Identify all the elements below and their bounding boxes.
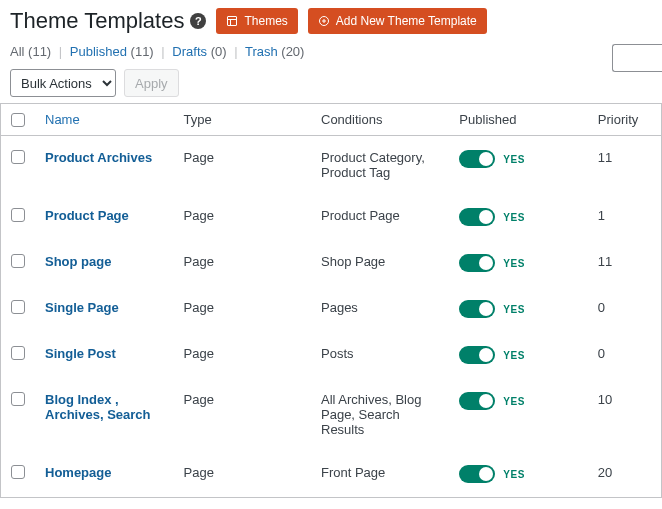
template-type: Page (174, 378, 312, 451)
filter-published-count: (11) (131, 44, 154, 59)
filter-drafts-count: (0) (211, 44, 227, 59)
published-toggle-label: YES (503, 350, 525, 361)
row-checkbox[interactable] (11, 300, 25, 314)
filter-all-label: All (10, 44, 24, 59)
published-toggle[interactable] (459, 208, 495, 226)
row-checkbox[interactable] (11, 465, 25, 479)
published-toggle-label: YES (503, 469, 525, 480)
filter-trash-count: (20) (281, 44, 304, 59)
template-conditions: Product Page (311, 194, 449, 240)
col-published: Published (449, 104, 587, 136)
published-toggle-label: YES (503, 154, 525, 165)
col-conditions: Conditions (311, 104, 449, 136)
template-conditions: Product Category, Product Tag (311, 136, 449, 195)
template-priority: 0 (588, 286, 662, 332)
page-title: Theme Templates ? (10, 8, 206, 34)
published-toggle[interactable] (459, 254, 495, 272)
apply-button[interactable]: Apply (124, 69, 179, 97)
help-icon[interactable]: ? (190, 13, 206, 29)
template-priority: 11 (588, 136, 662, 195)
published-toggle-label: YES (503, 212, 525, 223)
published-toggle-label: YES (503, 396, 525, 407)
template-name-link[interactable]: Homepage (45, 465, 111, 480)
published-toggle[interactable] (459, 300, 495, 318)
plus-circle-icon (318, 15, 330, 27)
filter-drafts[interactable]: Drafts (172, 44, 207, 59)
template-type: Page (174, 194, 312, 240)
templates-table: Name Type Conditions Published Priority … (0, 103, 662, 498)
template-priority: 20 (588, 451, 662, 498)
template-type: Page (174, 240, 312, 286)
layout-icon (226, 15, 238, 27)
template-name-link[interactable]: Product Archives (45, 150, 152, 165)
row-checkbox[interactable] (11, 346, 25, 360)
table-row: Shop pagePageShop PageYES11 (1, 240, 662, 286)
published-toggle-label: YES (503, 258, 525, 269)
row-checkbox[interactable] (11, 254, 25, 268)
filter-published[interactable]: Published (70, 44, 127, 59)
template-name-link[interactable]: Single Page (45, 300, 119, 315)
table-row: Product PagePageProduct PageYES1 (1, 194, 662, 240)
template-type: Page (174, 136, 312, 195)
add-template-button-label: Add New Theme Template (336, 14, 477, 28)
col-type: Type (174, 104, 312, 136)
col-priority: Priority (588, 104, 662, 136)
template-conditions: Posts (311, 332, 449, 378)
template-conditions: All Archives, Blog Page, Search Results (311, 378, 449, 451)
template-name-link[interactable]: Shop page (45, 254, 111, 269)
bulk-actions-select[interactable]: Bulk Actions (10, 69, 116, 97)
published-toggle[interactable] (459, 392, 495, 410)
template-conditions: Shop Page (311, 240, 449, 286)
table-row: Single PostPagePostsYES0 (1, 332, 662, 378)
template-name-link[interactable]: Single Post (45, 346, 116, 361)
template-priority: 10 (588, 378, 662, 451)
row-checkbox[interactable] (11, 150, 25, 164)
themes-button-label: Themes (244, 14, 287, 28)
template-conditions: Front Page (311, 451, 449, 498)
template-name-link[interactable]: Blog Index , Archives, Search (45, 392, 151, 422)
table-row: Single PagePagePagesYES0 (1, 286, 662, 332)
template-conditions: Pages (311, 286, 449, 332)
col-name[interactable]: Name (35, 104, 174, 136)
row-checkbox[interactable] (11, 208, 25, 222)
template-type: Page (174, 332, 312, 378)
published-toggle[interactable] (459, 150, 495, 168)
status-filters: All (11) | Published (11) | Drafts (0) |… (0, 40, 662, 63)
table-row: Product ArchivesPageProduct Category, Pr… (1, 136, 662, 195)
add-template-button[interactable]: Add New Theme Template (308, 8, 487, 34)
published-toggle[interactable] (459, 346, 495, 364)
template-name-link[interactable]: Product Page (45, 208, 129, 223)
filter-trash[interactable]: Trash (245, 44, 278, 59)
template-priority: 0 (588, 332, 662, 378)
svg-rect-0 (228, 17, 237, 26)
search-input[interactable] (612, 44, 662, 72)
published-toggle[interactable] (459, 465, 495, 483)
themes-button[interactable]: Themes (216, 8, 297, 34)
table-row: Blog Index , Archives, SearchPageAll Arc… (1, 378, 662, 451)
template-type: Page (174, 451, 312, 498)
select-all-checkbox[interactable] (11, 113, 25, 127)
template-priority: 1 (588, 194, 662, 240)
filter-all-count: (11) (28, 44, 51, 59)
template-type: Page (174, 286, 312, 332)
table-row: HomepagePageFront PageYES20 (1, 451, 662, 498)
page-title-text: Theme Templates (10, 8, 184, 34)
template-priority: 11 (588, 240, 662, 286)
published-toggle-label: YES (503, 304, 525, 315)
row-checkbox[interactable] (11, 392, 25, 406)
